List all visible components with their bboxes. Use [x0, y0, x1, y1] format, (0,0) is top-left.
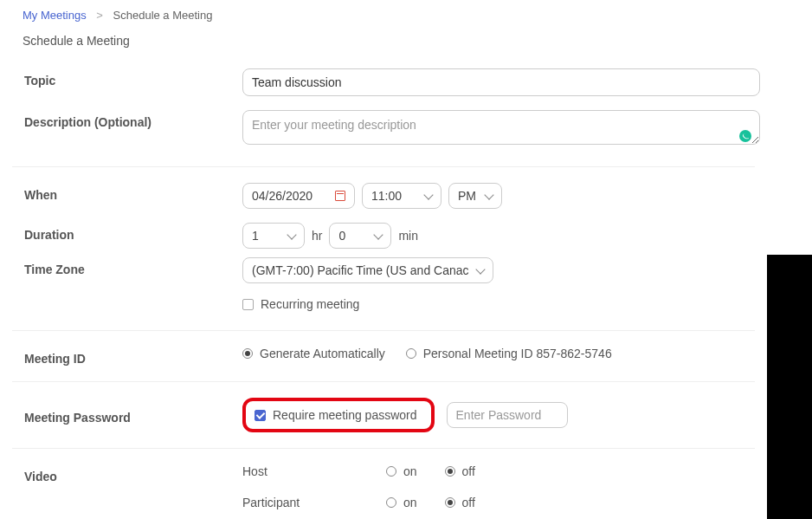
timezone-label: Time Zone [24, 257, 242, 276]
participant-video-label: Participant [242, 496, 372, 509]
hr-label: hr [312, 229, 322, 243]
off-label: off [462, 464, 475, 478]
description-textarea[interactable] [242, 110, 760, 145]
video-label: Video [24, 464, 242, 483]
breadcrumb-current: Schedule a Meeting [113, 9, 213, 22]
duration-label: Duration [24, 223, 242, 242]
duration-hr-value: 1 [252, 229, 259, 243]
chevron-down-icon [484, 190, 493, 199]
password-input[interactable] [447, 402, 568, 428]
password-highlight: Require meeting password [242, 398, 435, 432]
duration-hr-select[interactable]: 1 [242, 223, 305, 249]
participant-video-on-radio[interactable] [386, 497, 396, 508]
black-margin-right [767, 255, 812, 519]
time-value: 11:00 [371, 189, 402, 203]
chevron-down-icon [423, 190, 433, 199]
meeting-password-label: Meeting Password [24, 405, 242, 425]
duration-min-value: 0 [338, 229, 345, 243]
time-select[interactable]: 11:00 [362, 183, 441, 209]
topic-input[interactable] [242, 68, 760, 96]
grammarly-icon [739, 130, 751, 142]
chevron-down-icon [475, 264, 485, 274]
breadcrumb: My Meetings > Schedule a Meeting [12, 9, 755, 22]
timezone-value: (GMT-7:00) Pacific Time (US and Canac [252, 263, 469, 277]
description-label: Description (Optional) [24, 110, 242, 129]
breadcrumb-root-link[interactable]: My Meetings [23, 9, 87, 22]
calendar-icon [335, 191, 345, 201]
meeting-id-generate-label: Generate Automatically [260, 347, 385, 360]
recurring-checkbox-row: Recurring meeting [242, 297, 359, 311]
page-title: Schedule a Meeting [12, 34, 755, 48]
date-value: 04/26/2020 [252, 189, 313, 203]
recurring-label: Recurring meeting [261, 297, 359, 311]
chevron-right-icon: > [96, 9, 103, 22]
topic-label: Topic [24, 68, 242, 88]
chevron-down-icon [287, 230, 296, 239]
host-video-off-radio[interactable] [445, 466, 455, 477]
ampm-value: PM [458, 189, 476, 203]
chevron-down-icon [374, 230, 383, 239]
recurring-checkbox[interactable] [242, 299, 254, 310]
meeting-id-personal-radio[interactable] [406, 348, 416, 359]
min-label: min [398, 229, 418, 243]
host-video-label: Host [242, 464, 372, 478]
timezone-select[interactable]: (GMT-7:00) Pacific Time (US and Canac [242, 257, 493, 283]
on-label: on [403, 496, 417, 509]
host-video-on-radio[interactable] [386, 466, 396, 477]
meeting-id-personal-label: Personal Meeting ID 857-862-5746 [423, 347, 612, 360]
meeting-id-label: Meeting ID [24, 347, 242, 366]
when-label: When [24, 183, 242, 202]
off-label: off [462, 496, 475, 509]
require-password-label: Require meeting password [273, 408, 417, 422]
require-password-checkbox[interactable] [255, 410, 266, 421]
date-picker[interactable]: 04/26/2020 [242, 183, 355, 209]
meeting-id-generate-radio[interactable] [242, 348, 253, 359]
ampm-select[interactable]: PM [448, 183, 502, 209]
on-label: on [403, 464, 417, 478]
duration-min-select[interactable]: 0 [329, 223, 391, 249]
participant-video-off-radio[interactable] [445, 497, 455, 508]
